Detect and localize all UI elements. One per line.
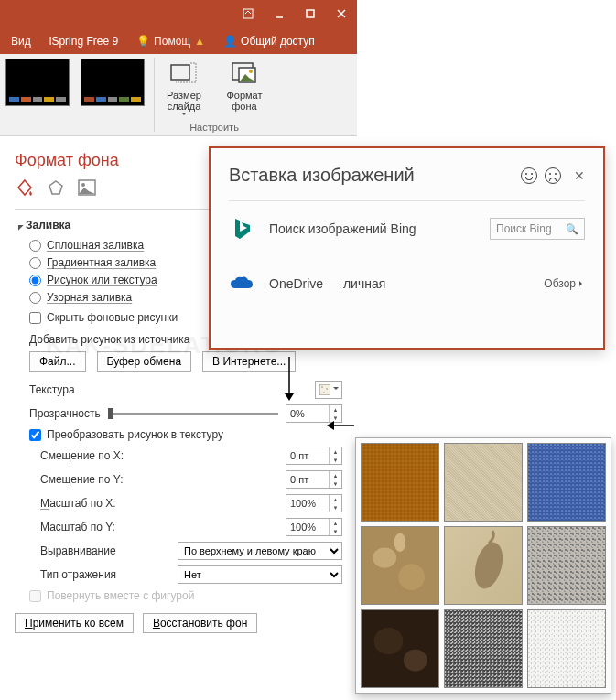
close-icon[interactable] xyxy=(326,0,357,27)
slide-size-icon xyxy=(169,59,199,88)
slide-size-button[interactable]: Размер слайда xyxy=(158,59,210,118)
smile-icon[interactable] xyxy=(521,167,537,184)
annotation-arrow-left xyxy=(327,419,354,432)
onedrive-label[interactable]: OneDrive — личная xyxy=(269,276,544,291)
sad-icon[interactable] xyxy=(545,167,561,184)
ribbon-group-customize: Размер слайда Формат фона Настроить xyxy=(158,54,270,135)
scale-x-input[interactable]: 100%▲▼ xyxy=(286,494,342,512)
texture-palette xyxy=(355,437,611,694)
tab-share[interactable]: 👤 Общий доступ xyxy=(223,35,315,48)
mirror-select[interactable]: Нет xyxy=(178,565,342,584)
ribbon-separator xyxy=(154,58,155,132)
svg-rect-2 xyxy=(307,10,314,17)
bing-label[interactable]: Поиск изображений Bing xyxy=(269,221,490,236)
texture-icon xyxy=(319,384,330,395)
tab-help[interactable]: 💡 Помощ ▲ xyxy=(136,35,205,48)
texture-swatch[interactable] xyxy=(444,526,523,605)
annotation-arrow-down xyxy=(280,357,298,403)
apply-all-button[interactable]: Применить ко всем xyxy=(15,613,134,633)
svg-rect-12 xyxy=(319,384,330,395)
onedrive-icon xyxy=(229,271,254,296)
warning-icon: ▲ xyxy=(194,35,205,48)
fill-tab-icon[interactable] xyxy=(15,178,35,198)
bg-format-button[interactable]: Формат фона xyxy=(219,59,270,118)
texture-swatch[interactable] xyxy=(444,609,523,688)
svg-rect-5 xyxy=(171,65,189,80)
file-button[interactable]: Файл... xyxy=(29,351,86,372)
scale-y-label: Масштаб по Y: xyxy=(40,521,286,533)
ribbon-toggle-icon[interactable] xyxy=(232,0,264,27)
svg-marker-9 xyxy=(49,181,62,194)
offset-y-input[interactable]: 0 пт▲▼ xyxy=(286,470,342,489)
chevron-down-icon xyxy=(181,113,187,118)
minimize-icon[interactable] xyxy=(264,0,295,27)
onedrive-row: OneDrive — личная Обзор xyxy=(229,256,585,311)
align-label: Выравнивание xyxy=(40,544,178,557)
svg-point-8 xyxy=(249,70,253,73)
theme-thumb-2[interactable] xyxy=(75,54,150,135)
ribbon-group-label: Настроить xyxy=(189,122,239,135)
tab-view[interactable]: Вид xyxy=(11,35,31,48)
offset-x-label: Смещение по X: xyxy=(40,449,286,462)
ribbon: Размер слайда Формат фона Настроить xyxy=(0,54,357,136)
scale-y-input[interactable]: 100%▲▼ xyxy=(286,518,342,536)
dialog-title: Вставка изображений xyxy=(229,165,513,186)
scale-x-label: Масштаб по X: xyxy=(40,497,286,510)
svg-point-20 xyxy=(470,539,508,591)
texture-label: Текстура xyxy=(29,383,315,396)
texture-swatch[interactable] xyxy=(527,526,606,605)
texture-swatch[interactable] xyxy=(444,443,523,522)
search-icon: 🔍 xyxy=(566,223,578,235)
svg-point-14 xyxy=(326,388,328,390)
texture-picker-button[interactable] xyxy=(315,381,342,399)
dialog-close-icon[interactable]: ✕ xyxy=(574,168,585,183)
picture-tab-icon[interactable] xyxy=(77,178,97,198)
share-icon: 👤 xyxy=(223,35,237,48)
svg-point-11 xyxy=(81,183,85,187)
texture-swatch[interactable] xyxy=(527,443,606,522)
checkbox-rotate: Повернуть вместе с фигурой xyxy=(29,589,342,602)
texture-swatch[interactable] xyxy=(361,526,439,605)
chevron-down-icon xyxy=(333,387,339,393)
bing-row: Поиск изображений Bing Поиск Bing🔍 xyxy=(229,201,585,256)
bing-search-input[interactable]: Поиск Bing🔍 xyxy=(490,218,585,240)
checkbox-tile[interactable]: Преобразовать рисунок в текстуру xyxy=(29,428,342,441)
title-bar xyxy=(0,0,357,27)
svg-marker-19 xyxy=(327,421,334,430)
transparency-label: Прозрачность xyxy=(29,407,101,420)
transparency-slider[interactable] xyxy=(108,413,278,415)
align-select[interactable]: По верхнему и левому краю xyxy=(178,542,342,560)
bulb-icon: 💡 xyxy=(136,35,150,48)
tab-ispring[interactable]: iSpring Free 9 xyxy=(49,35,118,48)
theme-thumb-1[interactable] xyxy=(0,54,75,135)
svg-marker-17 xyxy=(285,393,294,401)
texture-swatch[interactable] xyxy=(361,443,439,522)
offset-x-input[interactable]: 0 пт▲▼ xyxy=(286,447,342,465)
texture-swatch[interactable] xyxy=(527,609,606,688)
svg-point-13 xyxy=(321,386,323,388)
chevron-right-icon xyxy=(579,281,585,286)
bing-icon xyxy=(229,216,254,242)
bg-format-icon xyxy=(230,59,259,88)
caret-icon xyxy=(13,220,23,230)
mirror-label: Тип отражения xyxy=(40,568,178,581)
browse-link[interactable]: Обзор xyxy=(544,277,585,290)
tab-bar: Вид iSpring Free 9 💡 Помощ ▲ 👤 Общий дос… xyxy=(0,27,357,54)
maximize-icon[interactable] xyxy=(295,0,326,27)
svg-point-15 xyxy=(323,392,325,393)
reset-bg-button[interactable]: Восстановить фон xyxy=(143,613,257,633)
texture-swatch[interactable] xyxy=(361,609,439,688)
insert-pictures-dialog: Вставка изображений ✕ Поиск изображений … xyxy=(209,146,605,350)
clipboard-button[interactable]: Буфер обмена xyxy=(97,351,192,372)
effects-tab-icon[interactable] xyxy=(46,178,66,198)
offset-y-label: Смещение по Y: xyxy=(40,473,286,486)
